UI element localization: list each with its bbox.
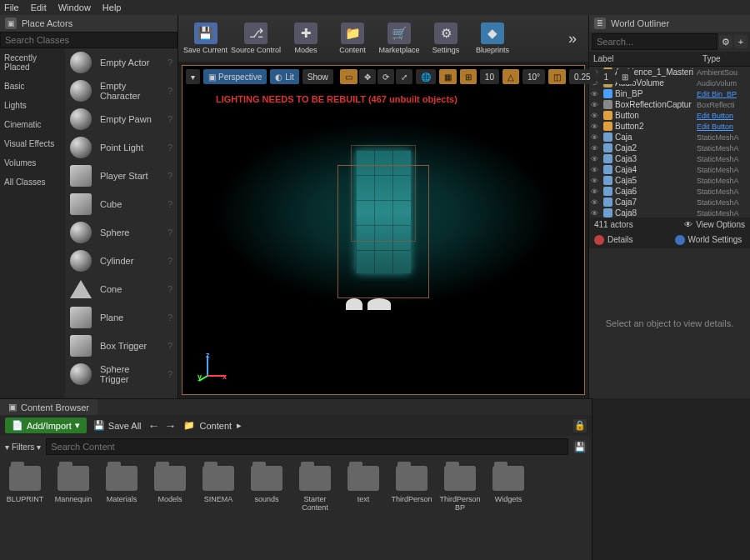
content-folder[interactable]: ThirdPerson <box>393 466 430 504</box>
coord-space-icon[interactable]: 🌐 <box>416 69 436 84</box>
content-folder[interactable]: Widgets <box>490 466 527 504</box>
content-folder[interactable]: SINEMA <box>200 466 237 504</box>
outliner-filter-icon[interactable]: ⚙ <box>719 35 732 48</box>
visibility-icon[interactable]: 👁 <box>591 177 601 185</box>
actor-item[interactable]: Cylinder? <box>65 247 178 275</box>
toolbar-blueprints[interactable]: ◆Blueprints <box>471 18 514 59</box>
outliner-row[interactable]: 👁ButtonEdit Button <box>589 110 750 121</box>
outliner-row[interactable]: 👁Caja2StaticMeshA <box>589 142 750 153</box>
outliner-add-button[interactable]: + <box>734 35 748 48</box>
menu-help[interactable]: Help <box>102 2 122 12</box>
visibility-icon[interactable]: 👁 <box>591 198 601 207</box>
actor-help-icon[interactable]: ? <box>168 284 172 294</box>
outliner-row[interactable]: 👁BoxReflectionCapturBoxReflecti <box>589 99 750 110</box>
content-save-search-icon[interactable]: 💾 <box>573 440 587 453</box>
lock-icon[interactable]: 🔒 <box>573 419 587 432</box>
actor-help-icon[interactable]: ? <box>168 114 172 124</box>
save-all-button[interactable]: 💾Save All <box>93 420 142 431</box>
outliner-row[interactable]: 👁Caja4StaticMeshA <box>589 164 750 175</box>
actor-item[interactable]: Point Light? <box>65 133 178 162</box>
content-folder[interactable]: Mannequin <box>55 466 92 504</box>
outliner-col-label[interactable]: Label <box>589 52 698 66</box>
toolbar-content[interactable]: 📁Content <box>331 18 374 59</box>
angle-snap-value[interactable]: 10° <box>522 69 545 84</box>
actor-help-icon[interactable]: ? <box>168 341 172 351</box>
visibility-icon[interactable]: 👁 <box>591 144 601 152</box>
search-classes-input[interactable] <box>0 32 178 48</box>
scale-snap-icon[interactable]: ◫ <box>548 69 566 84</box>
outliner-row[interactable]: 👁Caja8StaticMeshA <box>589 208 750 218</box>
category-item[interactable]: All Classes <box>0 172 65 192</box>
surface-snap-icon[interactable]: ▦ <box>439 69 457 84</box>
category-item[interactable]: Volumes <box>0 153 65 172</box>
content-folder[interactable]: text <box>345 466 382 504</box>
visibility-icon[interactable]: 👁 <box>591 90 601 98</box>
outliner-row[interactable]: 👁CajaStaticMeshA <box>589 132 750 142</box>
content-folder[interactable]: sounds <box>248 466 285 504</box>
actor-help-icon[interactable]: ? <box>168 142 172 152</box>
transform-translate-icon[interactable]: ✥ <box>359 69 376 84</box>
grid-snap-value[interactable]: 10 <box>480 69 499 84</box>
visibility-icon[interactable]: 👁 <box>591 122 601 131</box>
actor-item[interactable]: Box Trigger? <box>65 332 178 360</box>
camera-speed-value[interactable]: 1 <box>599 69 614 84</box>
viewport[interactable]: ▾ ▣Perspective ◐Lit Show ▭ ✥ ⟳ ⤢ 🌐 ▦ ⊞ 1… <box>182 65 585 395</box>
category-item[interactable]: Lights <box>0 96 65 115</box>
outliner-item-type[interactable]: Edit Bin_BP <box>697 90 748 98</box>
outliner-col-type[interactable]: Type <box>698 52 750 66</box>
nav-forward-icon[interactable]: → <box>165 419 177 432</box>
folder-icon[interactable]: 📁 <box>183 420 195 431</box>
content-browser-tab[interactable]: ▣Content Browser <box>0 399 98 415</box>
visibility-icon[interactable]: 👁 <box>591 166 601 174</box>
actor-item[interactable]: Empty Character? <box>65 77 178 105</box>
visibility-icon[interactable]: 👁 <box>591 188 601 196</box>
content-folder[interactable]: BLUPRINT <box>7 466 43 504</box>
visibility-icon[interactable]: 👁 <box>591 101 601 109</box>
content-grid[interactable]: BLUPRINTMannequinMaterialsModelsSINEMAso… <box>0 458 592 560</box>
grid-snap-button[interactable]: ⊞ <box>460 69 477 84</box>
actor-help-icon[interactable]: ? <box>168 86 172 96</box>
content-folder[interactable]: Models <box>152 466 188 504</box>
menu-file[interactable]: File <box>4 2 19 12</box>
content-folder[interactable]: Materials <box>103 466 140 504</box>
actor-item[interactable]: Sphere Trigger? <box>65 360 178 388</box>
viewport-perspective-button[interactable]: ▣Perspective <box>203 69 267 84</box>
actor-help-icon[interactable]: ? <box>168 58 172 68</box>
actor-item[interactable]: Empty Pawn? <box>65 105 178 133</box>
tab-details[interactable]: Details <box>589 232 670 248</box>
transform-rotate-icon[interactable]: ⟳ <box>378 69 394 84</box>
actor-item[interactable]: Plane? <box>65 303 178 332</box>
transform-select-icon[interactable]: ▭ <box>340 69 358 84</box>
outliner-search-input[interactable] <box>592 33 718 50</box>
outliner-row[interactable]: 👁Caja3StaticMeshA <box>589 153 750 164</box>
maximize-viewport-icon[interactable]: ⊞ <box>617 69 633 84</box>
outliner-row[interactable]: 👁Caja5StaticMeshA <box>589 175 750 186</box>
toolbar-settings[interactable]: ⚙Settings <box>424 18 468 59</box>
category-item[interactable]: Cinematic <box>0 115 65 134</box>
category-item[interactable]: Visual Effects <box>0 134 65 153</box>
content-folder[interactable]: Starter Content <box>297 466 333 512</box>
actor-help-icon[interactable]: ? <box>168 256 172 266</box>
viewport-lit-button[interactable]: ◐Lit <box>270 69 299 84</box>
content-folder[interactable]: ThirdPerson BP <box>442 466 478 512</box>
actor-item[interactable]: Empty Actor? <box>65 48 178 77</box>
add-import-button[interactable]: 📄Add/Import▾ <box>5 418 87 433</box>
viewport-menu-icon[interactable]: ▾ <box>186 69 200 84</box>
category-item[interactable]: Recently Placed <box>0 48 65 77</box>
actor-item[interactable]: Cube? <box>65 190 178 218</box>
filters-button[interactable]: ▾Filters▾ <box>5 442 41 452</box>
menu-window[interactable]: Window <box>58 2 91 12</box>
outliner-row[interactable]: 👁Button2Edit Button <box>589 121 750 132</box>
outliner-row[interactable]: 👁Caja6StaticMeshA <box>589 186 750 197</box>
toolbar-marketplace[interactable]: 🛒Marketplace <box>378 18 421 59</box>
visibility-icon[interactable]: 👁 <box>591 209 601 218</box>
actor-help-icon[interactable]: ? <box>168 228 172 238</box>
visibility-icon[interactable]: 👁 <box>591 133 601 142</box>
nav-back-icon[interactable]: ← <box>148 419 160 432</box>
breadcrumb[interactable]: Content <box>200 421 232 431</box>
viewport-show-button[interactable]: Show <box>302 69 333 84</box>
actor-help-icon[interactable]: ? <box>168 199 172 209</box>
tab-world-settings[interactable]: World Settings <box>670 232 751 248</box>
breadcrumb-chevron-icon[interactable]: ▸ <box>237 420 242 431</box>
angle-snap-icon[interactable]: △ <box>502 69 519 84</box>
